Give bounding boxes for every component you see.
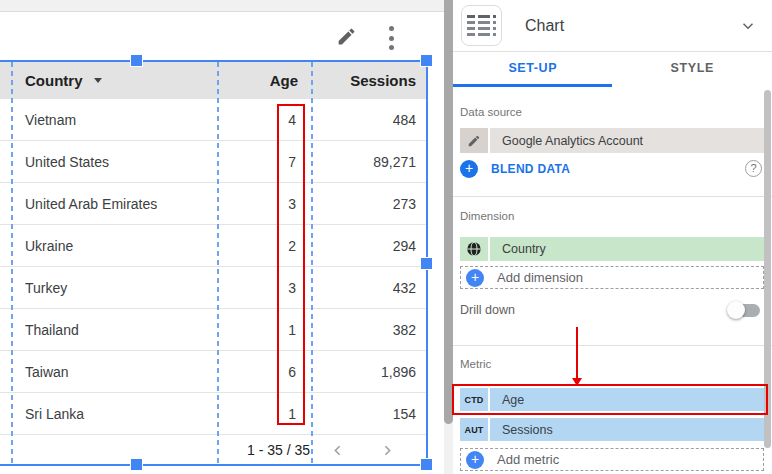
data-source-chip[interactable]: Google Analytics Account xyxy=(460,128,764,153)
active-tab-underline xyxy=(453,84,612,87)
metric-aggregation-badge: AUT xyxy=(460,418,488,441)
more-options-kebab-icon[interactable] xyxy=(385,26,397,50)
toggle-knob xyxy=(727,301,745,319)
pagination-next-icon[interactable] xyxy=(362,442,412,459)
cell-sessions: 89,271 xyxy=(312,154,428,170)
table-row: Vietnam 4 484 xyxy=(0,99,428,141)
resize-handle-top-right[interactable] xyxy=(421,55,432,66)
table-row: Turkey 3 432 xyxy=(0,267,428,309)
plus-icon: + xyxy=(466,269,484,287)
cell-age: 7 xyxy=(218,154,312,170)
dimension-chip-label: Country xyxy=(490,237,764,261)
metric-chip-label: Sessions xyxy=(490,418,764,441)
kebab-dot xyxy=(389,36,394,41)
dimension-chip-country[interactable]: Country xyxy=(460,237,764,261)
cell-sessions: 154 xyxy=(312,406,428,422)
annotation-red-arrow-head xyxy=(572,378,582,386)
cell-age: 1 xyxy=(218,406,312,422)
add-metric-label: Add metric xyxy=(497,452,559,467)
table-chart[interactable]: Country Age Sessions Vietnam 4 484 Unite… xyxy=(0,62,428,465)
cell-age: 1 xyxy=(218,322,312,338)
looker-studio-editor: Country Age Sessions Vietnam 4 484 Unite… xyxy=(0,0,772,474)
cell-sessions: 273 xyxy=(312,196,428,212)
tab-setup[interactable]: SET-UP xyxy=(453,53,613,87)
cell-age: 2 xyxy=(218,238,312,254)
table-header-row: Country Age Sessions xyxy=(0,62,428,99)
cell-country: Thailand xyxy=(0,322,218,338)
chart-type-button[interactable] xyxy=(461,5,502,46)
table-row: Taiwan 6 1,896 xyxy=(0,351,428,393)
divider xyxy=(453,196,772,197)
chevron-down-icon[interactable] xyxy=(739,17,757,35)
blend-data-label: BLEND DATA xyxy=(491,162,570,176)
panel-title: Chart xyxy=(525,17,564,35)
cell-country: United States xyxy=(0,154,218,170)
cell-sessions: 1,896 xyxy=(312,364,428,380)
cell-sessions: 432 xyxy=(312,280,428,296)
canvas-scrollbar-thumb[interactable] xyxy=(444,0,453,424)
cell-country: Sri Lanka xyxy=(0,406,218,422)
help-icon[interactable]: ? xyxy=(745,160,762,177)
panel-tabs: SET-UP STYLE xyxy=(453,53,772,87)
metric-chip-sessions[interactable]: AUT Sessions xyxy=(460,418,764,441)
cell-country: Taiwan xyxy=(0,364,218,380)
badge-label: AUT xyxy=(464,425,483,435)
kebab-dot xyxy=(389,26,394,31)
table-row: United States 7 89,271 xyxy=(0,141,428,183)
table-row: United Arab Emirates 3 273 xyxy=(0,183,428,225)
table-header-country-label: Country xyxy=(25,72,83,89)
globe-icon xyxy=(460,237,488,261)
plus-icon: + xyxy=(466,451,484,469)
cell-age: 4 xyxy=(218,112,312,128)
add-dimension-label: Add dimension xyxy=(497,270,583,285)
badge-label: CTD xyxy=(464,395,483,405)
table-chart-icon xyxy=(467,15,496,36)
cell-country: Turkey xyxy=(0,280,218,296)
edit-pencil-icon[interactable] xyxy=(460,128,488,153)
chart-properties-panel: Chart SET-UP STYLE Data source Google An… xyxy=(453,0,772,474)
table-header-age[interactable]: Age xyxy=(218,72,312,89)
divider xyxy=(453,345,772,346)
table-row: Sri Lanka 1 154 xyxy=(0,393,428,435)
panel-scrollbar-thumb[interactable] xyxy=(764,90,771,448)
table-row: Ukraine 2 294 xyxy=(0,225,428,267)
kebab-dot xyxy=(389,45,394,50)
resize-handle-bottom-right[interactable] xyxy=(421,459,432,470)
table-header-sessions[interactable]: Sessions xyxy=(312,72,428,89)
cell-country: United Arab Emirates xyxy=(0,196,218,212)
drill-down-label: Drill down xyxy=(460,303,515,317)
resize-handle-right[interactable] xyxy=(421,258,432,269)
pagination-prev-icon[interactable] xyxy=(312,442,362,459)
metric-aggregation-badge: CTD xyxy=(460,388,488,411)
resize-handle-bottom[interactable] xyxy=(131,459,142,470)
edit-pencil-icon[interactable] xyxy=(336,26,357,47)
cell-age: 3 xyxy=(218,280,312,296)
panel-header: Chart xyxy=(453,0,772,52)
drill-down-toggle[interactable] xyxy=(729,304,760,317)
data-source-name: Google Analytics Account xyxy=(490,128,764,153)
blend-data-button[interactable]: + BLEND DATA xyxy=(460,159,570,179)
metric-chip-age[interactable]: CTD Age xyxy=(460,388,764,411)
canvas-scrollbar-track[interactable] xyxy=(444,0,453,474)
resize-handle-top[interactable] xyxy=(131,55,142,66)
data-source-label: Data source xyxy=(460,106,522,118)
add-metric-button[interactable]: + Add metric xyxy=(460,448,764,471)
add-dimension-button[interactable]: + Add dimension xyxy=(460,266,764,289)
cell-age: 3 xyxy=(218,196,312,212)
cell-sessions: 484 xyxy=(312,112,428,128)
table-row: Thailand 1 382 xyxy=(0,309,428,351)
dimension-label: Dimension xyxy=(460,210,514,222)
plus-icon: + xyxy=(460,160,478,178)
metric-chip-label: Age xyxy=(490,388,764,411)
cell-country: Vietnam xyxy=(0,112,218,128)
cell-sessions: 382 xyxy=(312,322,428,338)
table-header-country[interactable]: Country xyxy=(0,72,218,89)
cell-sessions: 294 xyxy=(312,238,428,254)
report-canvas: Country Age Sessions Vietnam 4 484 Unite… xyxy=(0,0,444,474)
table-pagination: 1 - 35 / 35 xyxy=(0,435,428,465)
annotation-red-arrow xyxy=(576,327,578,378)
cell-country: Ukraine xyxy=(0,238,218,254)
metric-label: Metric xyxy=(460,358,491,370)
tab-style[interactable]: STYLE xyxy=(613,53,772,87)
cell-age: 6 xyxy=(218,364,312,380)
